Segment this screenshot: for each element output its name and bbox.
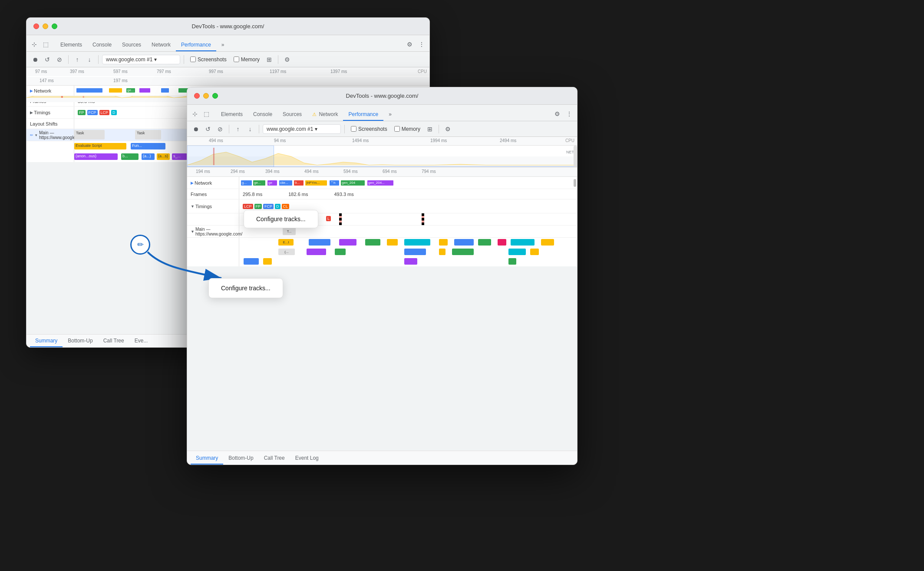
device-icon[interactable]: ⬚ bbox=[41, 40, 50, 49]
back-s: s_... bbox=[172, 153, 187, 160]
tab-elements[interactable]: Elements bbox=[55, 39, 87, 51]
back-anon: (anon...ous) bbox=[74, 153, 118, 160]
front-net3: ge bbox=[267, 180, 277, 186]
record-button-back[interactable]: ⏺ bbox=[30, 54, 40, 65]
front-tab-network[interactable]: ⚠ Network bbox=[307, 109, 343, 121]
reload-button-back[interactable]: ↺ bbox=[42, 54, 53, 65]
perf-settings-back[interactable]: ⚙ bbox=[282, 54, 292, 65]
download-button-back[interactable]: ↓ bbox=[84, 54, 95, 65]
configure-tracks-text[interactable]: Configure tracks... bbox=[256, 216, 306, 222]
screenshots-check-back[interactable]: Screenshots bbox=[188, 56, 229, 63]
front-tab-console[interactable]: Console bbox=[248, 109, 277, 121]
front-network-label: ▶ Network bbox=[187, 177, 239, 189]
tick-197: 197 ms bbox=[113, 78, 128, 83]
upload-button-front[interactable]: ↑ bbox=[233, 124, 243, 134]
front-vscroll[interactable] bbox=[574, 179, 576, 187]
clear-button-front[interactable]: ⊘ bbox=[215, 124, 225, 134]
badge-fcp-front: FCP bbox=[263, 204, 274, 209]
back-task1: Task bbox=[74, 130, 105, 139]
tick-97: 97 ms bbox=[35, 69, 47, 74]
back-layout-label: Layout Shifts bbox=[26, 119, 74, 129]
cursor-icon[interactable]: ⊹ bbox=[30, 40, 39, 49]
front-tick2-194: 194 ms bbox=[196, 169, 210, 174]
front-cursor-icon[interactable]: ⊹ bbox=[191, 110, 199, 118]
tab-console[interactable]: Console bbox=[87, 39, 117, 51]
memory-check-back[interactable]: Memory bbox=[231, 56, 262, 63]
front-flame-area: E...t (... bbox=[187, 238, 577, 266]
front-divider1 bbox=[229, 125, 229, 133]
perf-settings-front[interactable]: ⚙ bbox=[442, 124, 453, 134]
tab-performance[interactable]: Performance bbox=[176, 39, 216, 51]
memory-icon-back[interactable]: ⊞ bbox=[264, 54, 274, 65]
front-tick2-294: 294 ms bbox=[231, 169, 245, 174]
close-button-back[interactable] bbox=[33, 23, 39, 29]
maximize-button-front[interactable] bbox=[212, 93, 218, 99]
front-tabs-bar: ⊹ ⬚ Elements Console Sources ⚠ Network P… bbox=[187, 105, 577, 121]
front-net4: clie... bbox=[279, 180, 292, 186]
traffic-lights-back bbox=[33, 23, 57, 29]
front-tab-eventlog[interactable]: Event Log bbox=[290, 452, 324, 465]
front-flame2-l bbox=[187, 247, 239, 257]
back-tab-summary[interactable]: Summary bbox=[30, 335, 63, 347]
memory-check-front[interactable]: Memory bbox=[392, 126, 423, 132]
front-b4 bbox=[508, 258, 516, 265]
front-tick2-394: 394 ms bbox=[265, 169, 280, 174]
front-scrollbar-v[interactable] bbox=[574, 146, 577, 167]
more-icon-back[interactable]: ⋮ bbox=[417, 40, 426, 49]
front-divider3 bbox=[344, 125, 345, 133]
badge-lcp-back: LCP bbox=[99, 110, 110, 115]
url-selector-front[interactable]: www.google.com #1 ▾ bbox=[263, 124, 341, 134]
front-tab-summary[interactable]: Summary bbox=[191, 452, 223, 465]
screenshots-checkbox-back[interactable] bbox=[190, 56, 196, 62]
front-dashed-line2 bbox=[422, 213, 424, 225]
front-tab-calltree[interactable]: Call Tree bbox=[259, 452, 290, 465]
badge-l-front: L bbox=[326, 216, 331, 221]
minimize-button-front[interactable] bbox=[203, 93, 209, 99]
back-tab-eventlog[interactable]: Eve... bbox=[129, 335, 153, 347]
front-paren: (... bbox=[278, 249, 295, 255]
record-button-front[interactable]: ⏺ bbox=[191, 124, 201, 134]
memory-icon-front[interactable]: ⊞ bbox=[425, 124, 435, 134]
front-tab-sources[interactable]: Sources bbox=[277, 109, 307, 121]
settings-icon-back[interactable]: ⚙ bbox=[405, 40, 414, 49]
settings-icon-front[interactable]: ⚙ bbox=[553, 110, 561, 118]
memory-checkbox-front[interactable] bbox=[394, 126, 400, 132]
front-green1 bbox=[365, 239, 380, 246]
more-icon-front[interactable]: ⋮ bbox=[565, 110, 574, 118]
tab-network[interactable]: Network bbox=[146, 39, 176, 51]
front-tab-elements[interactable]: Elements bbox=[216, 109, 248, 121]
front-tab-bottomup[interactable]: Bottom-Up bbox=[223, 452, 258, 465]
screenshots-checkbox-front[interactable] bbox=[351, 126, 356, 132]
reload-button-front[interactable]: ↺ bbox=[203, 124, 213, 134]
badge-cl-front: CL bbox=[282, 204, 290, 209]
back-a1: (a...) bbox=[142, 153, 155, 160]
screenshots-check-front[interactable]: Screenshots bbox=[348, 126, 390, 132]
front-green2 bbox=[478, 239, 491, 246]
url-selector-back[interactable]: www.google.com #1 ▾ bbox=[102, 55, 180, 64]
front-tab-icon-group: ⊹ ⬚ bbox=[191, 110, 216, 121]
front-tab-more[interactable]: » bbox=[383, 109, 397, 121]
close-button-front[interactable] bbox=[194, 93, 200, 99]
back-tab-bottomup[interactable]: Bottom-Up bbox=[63, 335, 98, 347]
tab-more[interactable]: » bbox=[216, 39, 230, 51]
front-main-label: ▼ Main — https://www.google.com/ bbox=[187, 226, 239, 237]
front-overview: 494 ms 94 ms 1494 ms 1994 ms 2494 ms CPU… bbox=[187, 137, 577, 167]
front-device-icon[interactable]: ⬚ bbox=[202, 110, 211, 118]
back-net-block4 bbox=[139, 88, 150, 93]
back-window-title: DevTools - www.google.com/ bbox=[192, 23, 264, 30]
back-tab-calltree[interactable]: Call Tree bbox=[98, 335, 129, 347]
back-flame2-label bbox=[26, 152, 74, 162]
clear-button-back[interactable]: ⊘ bbox=[54, 54, 65, 65]
upload-button-back[interactable]: ↑ bbox=[72, 54, 82, 65]
tab-icon-group: ⊹ ⬚ bbox=[30, 40, 55, 51]
front-frames-label: Frames bbox=[187, 189, 239, 199]
minimize-button-back[interactable] bbox=[43, 23, 48, 29]
front-tick2-594: 594 ms bbox=[343, 169, 358, 174]
memory-checkbox-back[interactable] bbox=[234, 56, 239, 62]
back-flame1-label bbox=[26, 141, 74, 152]
front-b3 bbox=[404, 258, 417, 265]
download-button-front[interactable]: ↓ bbox=[245, 124, 255, 134]
front-tab-performance[interactable]: Performance bbox=[343, 109, 383, 121]
maximize-button-back[interactable] bbox=[52, 23, 57, 29]
tab-sources[interactable]: Sources bbox=[117, 39, 146, 51]
